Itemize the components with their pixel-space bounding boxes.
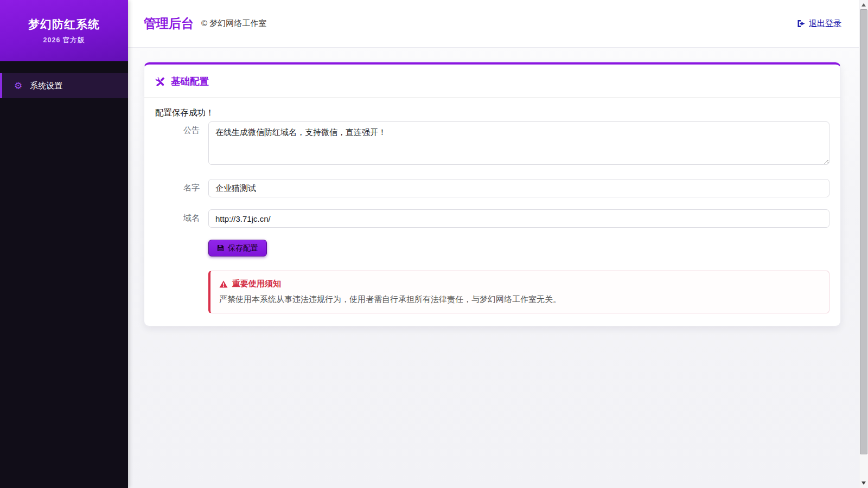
domain-input[interactable] [208,209,829,228]
topbar: 管理后台 © 梦幻网络工作室 退出登录 [128,0,859,48]
sidebar-item-label: 系统设置 [30,81,62,91]
main-area: 管理后台 © 梦幻网络工作室 退出登录 [128,0,859,488]
copyright-text: © 梦幻网络工作室 [201,18,266,29]
name-row: 名字 [155,179,829,197]
notice-title: 重要使用须知 [232,279,281,289]
vertical-scrollbar[interactable] [859,0,868,488]
domain-row: 域名 [155,209,829,228]
brand-title: 梦幻防红系统 [28,17,100,32]
button-row-spacer [155,240,200,256]
scrollbar-down-arrow[interactable] [861,481,866,485]
scrollbar-up-arrow[interactable] [861,3,866,7]
sidebar: 梦幻防红系统 2026 官方版 ⚙ 系统设置 [0,0,128,488]
content: 基础配置 配置保存成功！ 公告 在线生成微信防红域名，支持微信，直连强开！ 名字 [128,48,859,326]
sidebar-brand: 梦幻防红系统 2026 官方版 [0,0,128,61]
notice-body: 严禁使用本系统从事违法违规行为，使用者需自行承担所有法律责任，与梦幻网络工作室无… [219,294,820,305]
announcement-textarea[interactable]: 在线生成微信防红域名，支持微信，直连强开！ [208,121,829,165]
page-title: 管理后台 [144,15,194,32]
button-row: 保存配置 [155,240,829,256]
card-title: 基础配置 [171,75,209,88]
tools-icon [155,76,165,87]
logout-label: 退出登录 [809,18,841,29]
notice-title-row: 重要使用须知 [219,279,820,289]
warning-triangle-icon [219,280,228,288]
usage-notice: 重要使用须知 严禁使用本系统从事违法违规行为，使用者需自行承担所有法律责任，与梦… [208,271,829,313]
domain-label: 域名 [155,209,200,228]
notice-row: 重要使用须知 严禁使用本系统从事违法违规行为，使用者需自行承担所有法律责任，与梦… [155,271,829,313]
app-window: 梦幻防红系统 2026 官方版 ⚙ 系统设置 管理后台 © 梦幻网络工作室 退出… [0,0,868,488]
logout-link[interactable]: 退出登录 [797,18,841,29]
sidebar-item-system-settings[interactable]: ⚙ 系统设置 [0,73,128,98]
settings-card: 基础配置 配置保存成功！ 公告 在线生成微信防红域名，支持微信，直连强开！ 名字 [144,62,841,326]
sign-out-icon [797,20,806,28]
save-button-label: 保存配置 [228,243,258,253]
save-success-message: 配置保存成功！ [155,107,829,119]
name-input[interactable] [208,179,829,197]
floppy-disk-icon [217,245,224,252]
announcement-row: 公告 在线生成微信防红域名，支持微信，直连强开！ [155,121,829,167]
brand-subtitle: 2026 官方版 [43,36,85,45]
notice-row-spacer [155,271,200,313]
gear-icon: ⚙ [14,81,22,91]
scrollbar-thumb[interactable] [860,9,867,454]
card-body: 配置保存成功！ 公告 在线生成微信防红域名，支持微信，直连强开！ 名字 [144,98,840,326]
card-header: 基础配置 [144,65,840,98]
name-label: 名字 [155,179,200,197]
announcement-label: 公告 [155,121,200,167]
save-config-button[interactable]: 保存配置 [208,240,267,256]
sidebar-nav: ⚙ 系统设置 [0,61,128,98]
